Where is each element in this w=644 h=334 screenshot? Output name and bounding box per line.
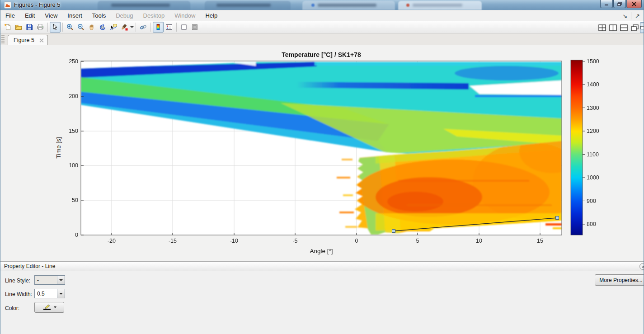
undock-figure-icon[interactable]: ↗ (632, 13, 643, 19)
insert-legend-icon[interactable] (164, 22, 174, 33)
svg-text:-5: -5 (292, 238, 297, 244)
print-figure-icon[interactable] (35, 22, 46, 33)
show-plot-tools-icon[interactable] (189, 22, 200, 33)
window-title: Figures - Figure 5 (14, 1, 61, 8)
line-color-button[interactable] (34, 302, 64, 313)
color-label: Color: (5, 305, 19, 311)
divider (47, 23, 48, 32)
tab-close-icon[interactable] (39, 38, 44, 43)
svg-text:10: 10 (476, 238, 482, 244)
menu-bar: File Edit View Insert Tools Debug Deskto… (0, 10, 644, 21)
zoom-out-icon[interactable] (75, 22, 86, 33)
line-handle-start[interactable] (392, 230, 395, 233)
y-axis-label: Time [s] (55, 137, 62, 159)
line-style-label: Line Style: (5, 278, 30, 284)
brush-dropdown-icon[interactable] (130, 26, 134, 28)
svg-text:15: 15 (537, 238, 543, 244)
svg-text:-20: -20 (108, 238, 116, 244)
collapse-panel-icon[interactable] (639, 263, 644, 270)
insert-colorbar-icon[interactable] (153, 22, 164, 33)
menu-insert[interactable]: Insert (62, 11, 87, 20)
menu-window: Window (169, 11, 200, 20)
line-handle-end[interactable] (556, 216, 559, 220)
matlab-logo-icon (4, 1, 11, 9)
svg-text:150: 150 (69, 128, 78, 134)
svg-text:0: 0 (355, 238, 358, 244)
new-figure-icon[interactable] (2, 22, 13, 33)
document-tab-bar: Figure 5 (0, 33, 644, 45)
rotate-3d-icon[interactable] (97, 22, 108, 33)
svg-text:1000: 1000 (587, 174, 599, 181)
svg-text:0: 0 (75, 232, 78, 238)
svg-text:800: 800 (587, 221, 596, 227)
menu-file[interactable]: File (0, 11, 20, 20)
figure-canvas[interactable]: -20 -15 -10 -5 0 5 10 15 250 200 150 100… (0, 45, 644, 261)
edit-plot-icon[interactable] (50, 22, 61, 33)
restore-button[interactable] (613, 0, 626, 8)
divider (150, 23, 151, 32)
menu-tools[interactable]: Tools (87, 11, 111, 20)
divider (176, 23, 177, 32)
svg-text:1500: 1500 (587, 58, 599, 65)
svg-text:-15: -15 (169, 238, 177, 244)
property-editor-header: Property Editor - Line (0, 262, 644, 271)
menu-help[interactable]: Help (200, 11, 222, 20)
minimize-button[interactable] (600, 0, 613, 8)
svg-text:50: 50 (72, 197, 78, 203)
svg-text:250: 250 (69, 58, 78, 65)
line-style-dropdown-icon[interactable] (57, 276, 65, 284)
heatmap-plot[interactable]: -20 -15 -10 -5 0 5 10 15 250 200 150 100… (0, 45, 644, 261)
open-file-icon[interactable] (13, 22, 24, 33)
hide-plot-tools-icon[interactable] (179, 22, 189, 33)
divider (136, 23, 136, 32)
line-width-value: 0.5 (35, 291, 57, 297)
tab-figure-5[interactable]: Figure 5 (8, 35, 48, 45)
svg-text:1200: 1200 (587, 128, 599, 134)
x-axis-label: Angle [°] (310, 248, 333, 254)
tile-rows-icon[interactable] (618, 22, 629, 33)
tile-grid-icon[interactable] (597, 22, 607, 33)
svg-text:200: 200 (69, 93, 78, 99)
line-style-combobox[interactable]: - (34, 275, 65, 285)
svg-text:100: 100 (69, 162, 78, 169)
menu-desktop: Desktop (138, 11, 170, 20)
svg-text:1300: 1300 (587, 105, 599, 111)
svg-text:5: 5 (416, 238, 419, 244)
tile-columns-icon[interactable] (607, 22, 618, 33)
data-cursor-icon[interactable] (108, 22, 119, 33)
line-style-value: - (35, 277, 57, 283)
color-pen-icon (42, 304, 52, 310)
line-width-dropdown-icon[interactable] (57, 289, 65, 298)
svg-text:-10: -10 (230, 238, 238, 244)
menu-view[interactable]: View (40, 11, 62, 20)
plot-title: Temperature [°C] / SK1+78 (282, 51, 361, 58)
divider (62, 23, 63, 32)
divider (631, 12, 631, 19)
close-button[interactable] (626, 0, 642, 8)
maximize-tab-icon[interactable] (640, 22, 644, 33)
float-windows-icon[interactable] (629, 22, 640, 33)
pan-icon[interactable] (86, 22, 97, 33)
svg-text:1400: 1400 (587, 81, 599, 88)
zoom-in-icon[interactable] (65, 22, 75, 33)
menu-edit[interactable]: Edit (20, 11, 40, 20)
save-figure-icon[interactable] (24, 22, 35, 33)
dock-figure-icon[interactable]: ↘ (620, 13, 630, 19)
property-editor-title: Property Editor - Line (4, 263, 55, 269)
svg-text:900: 900 (587, 198, 596, 204)
more-properties-button[interactable]: More Properties... (595, 274, 644, 286)
svg-text:1100: 1100 (587, 151, 599, 158)
property-editor-panel: Property Editor - Line Line Style: - Lin… (0, 261, 644, 334)
menu-debug: Debug (111, 11, 138, 20)
color-dropdown-icon (54, 306, 56, 308)
window-titlebar: Figures - Figure 5 (0, 0, 644, 10)
tab-label: Figure 5 (14, 37, 34, 43)
drag-grip[interactable] (1, 35, 5, 43)
link-plot-icon[interactable] (138, 22, 149, 33)
figure-toolbar (0, 21, 644, 33)
line-width-combobox[interactable]: 0.5 (34, 289, 65, 298)
brush-data-icon[interactable] (119, 22, 130, 33)
line-width-label: Line Width: (5, 291, 32, 297)
